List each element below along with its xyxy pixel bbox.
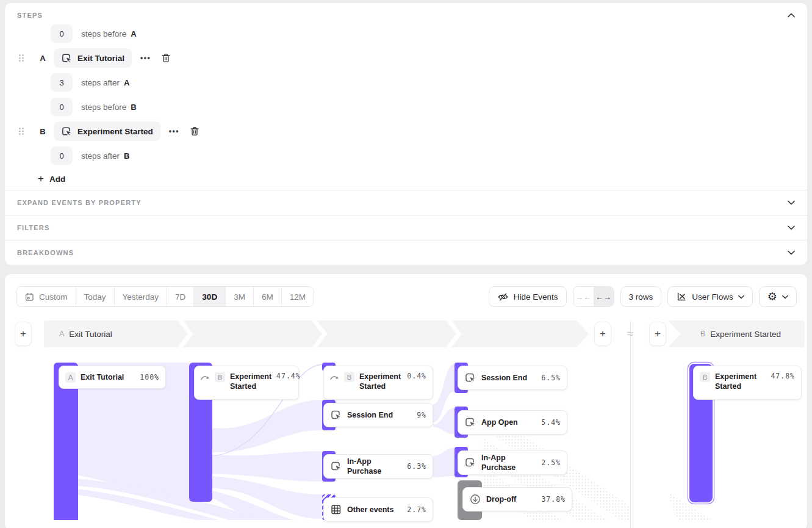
drag-handle-icon[interactable]: [18, 127, 27, 136]
flow-node-experiment-started-47[interactable]: B Experiment Started 47.4%: [194, 366, 299, 400]
steps-before-a-input[interactable]: 0: [51, 24, 73, 43]
gap-row-after-b: 0 steps after B: [5, 143, 807, 168]
steps-collapse-button[interactable]: [788, 13, 795, 18]
more-options-icon[interactable]: •••: [169, 127, 179, 136]
gap-row-ref: A: [124, 78, 129, 87]
delete-step-button[interactable]: [189, 126, 200, 137]
event-name: Experiment Started: [77, 127, 153, 136]
gap-row-label: steps after: [81, 151, 120, 161]
gap-row-before-a: 0 steps before A: [5, 21, 807, 46]
steps-panel: STEPS 0 steps before A A Exit Tutorial •…: [5, 3, 807, 265]
event-select-button-b[interactable]: Experiment Started: [54, 121, 160, 141]
steps-after-b-input[interactable]: 0: [51, 146, 73, 165]
gap-row-label: steps before: [81, 29, 126, 38]
event-select-button-a[interactable]: Exit Tutorial: [54, 48, 132, 68]
section-expand-events[interactable]: EXPAND EVENTS BY PROPERTY: [5, 190, 807, 215]
flow-node-other-events[interactable]: Other events 2.7%: [323, 497, 433, 522]
add-step-button[interactable]: + Add: [38, 173, 65, 185]
step-letter: A: [38, 54, 47, 63]
event-cursor-icon: [330, 460, 342, 472]
flow-node-experiment-started-04[interactable]: B Experiment Started 0.4%: [323, 366, 433, 400]
trash-icon: [189, 126, 200, 137]
steps-before-b-input[interactable]: 0: [51, 98, 73, 116]
flow-node-drop-off[interactable]: Drop-off 37.8%: [462, 487, 572, 512]
section-filters[interactable]: FILTERS: [5, 215, 807, 240]
flow-node-in-app-purchase-25[interactable]: In-App Purchase 2.5%: [458, 450, 567, 475]
chevron-down-icon: [788, 225, 795, 230]
step-letter: B: [38, 127, 47, 136]
gap-row-before-b: 0 steps before B: [5, 95, 807, 119]
steps-title: STEPS: [17, 12, 43, 19]
flows-chart-panel: Custom Today Yesterday 7D 30D 3M 6M 12M …: [5, 274, 807, 528]
gap-row-label: steps before: [81, 103, 126, 112]
gap-row-ref: B: [124, 151, 129, 161]
event-cursor-icon: [464, 372, 476, 384]
more-options-icon[interactable]: •••: [140, 54, 151, 62]
delete-step-button[interactable]: [160, 52, 171, 63]
add-row: + Add: [5, 168, 807, 190]
grid-icon: [330, 504, 342, 516]
gap-row-label: steps after: [81, 78, 120, 87]
event-cursor-icon: [61, 126, 73, 137]
plus-icon: +: [38, 173, 44, 185]
flow-continue-icon: [201, 374, 210, 381]
chevron-down-icon: [788, 250, 795, 255]
section-breakdowns[interactable]: BREAKDOWNS: [5, 240, 807, 265]
flow-node-exit-tutorial[interactable]: A Exit Tutorial 100%: [59, 366, 166, 389]
event-cursor-icon: [61, 52, 73, 64]
flow-node-session-end-9[interactable]: Session End 9%: [323, 403, 433, 427]
chevron-down-icon: [788, 200, 795, 205]
event-cursor-icon: [464, 416, 476, 429]
steps-after-a-input[interactable]: 3: [51, 73, 73, 92]
gap-row-after-a: 3 steps after A: [5, 70, 807, 95]
event-name: Exit Tutorial: [77, 54, 124, 63]
drag-handle-icon[interactable]: [18, 54, 27, 62]
flow-continue-icon: [330, 374, 339, 381]
trash-icon: [160, 52, 171, 63]
flow-node-session-end-65[interactable]: Session End 6.5%: [458, 366, 567, 390]
gap-row-ref: B: [131, 103, 136, 112]
flow-node-app-open[interactable]: App Open 5.4%: [458, 410, 567, 435]
flow-node-in-app-purchase-63[interactable]: In-App Purchase 6.3%: [323, 454, 433, 479]
step-row-b: B Experiment Started •••: [5, 119, 807, 143]
gap-row-ref: A: [131, 29, 136, 38]
flow-node-experiment-started-478[interactable]: B Experiment Started 47.8%: [693, 366, 802, 400]
event-cursor-icon: [464, 457, 476, 469]
drop-off-icon: [469, 493, 481, 505]
event-cursor-icon: [330, 409, 342, 421]
chevron-up-icon: [788, 13, 795, 18]
step-row-a: A Exit Tutorial •••: [5, 46, 807, 70]
steps-header: STEPS: [5, 3, 807, 21]
